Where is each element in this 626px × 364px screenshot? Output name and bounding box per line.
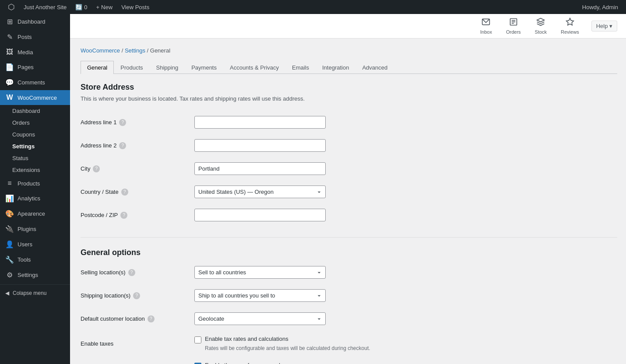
collapse-icon: ◀: [5, 290, 9, 296]
selling-location-select[interactable]: Sell to all countries Sell to specific c…: [194, 266, 326, 279]
sidebar-item-tools[interactable]: 🔧 Tools: [0, 252, 70, 267]
address2-help[interactable]: ?: [119, 142, 126, 149]
tools-icon: 🔧: [5, 256, 14, 264]
section-divider: [81, 237, 617, 238]
wc-settings-label: Settings: [12, 143, 35, 150]
updates[interactable]: 🔄 0: [71, 0, 91, 14]
view-posts[interactable]: View Posts: [117, 0, 154, 14]
toolbar-stock[interactable]: Stock: [533, 14, 549, 38]
general-options-section: General options Selling location(s) ? Se…: [81, 248, 617, 364]
reviews-icon: [566, 18, 574, 28]
tab-accounts-privacy[interactable]: Accounts & Privacy: [223, 61, 285, 74]
selling-location-label: Selling location(s): [81, 269, 126, 276]
sidebar-item-dashboard[interactable]: ⊞ Dashboard: [0, 14, 70, 29]
country-state-select[interactable]: United States (US) — Oregon United State…: [194, 186, 326, 198]
city-help[interactable]: ?: [93, 165, 100, 172]
breadcrumb-woocommerce[interactable]: WooCommerce: [81, 47, 120, 54]
tab-general[interactable]: General: [81, 61, 114, 74]
country-state-help[interactable]: ?: [121, 189, 128, 196]
enable-taxes-checkbox[interactable]: [194, 336, 201, 343]
settings-icon: ⚙: [5, 271, 14, 279]
table-row: City ?: [81, 157, 617, 180]
shipping-location-select[interactable]: Ship to all countries you sell to Ship t…: [194, 289, 326, 302]
sidebar-item-label: Analytics: [18, 195, 40, 202]
sidebar-subitem-wc-settings[interactable]: Settings: [0, 140, 70, 152]
enable-taxes-checkbox-label[interactable]: Enable tax rates and calculations: [205, 336, 288, 342]
sidebar-item-label: Dashboard: [18, 18, 46, 25]
sidebar-subitem-wc-status[interactable]: Status: [0, 152, 70, 164]
store-address-table: Address line 1 ? Address line 2 ?: [81, 111, 617, 227]
shipping-location-help[interactable]: ?: [133, 292, 140, 299]
sidebar-item-posts[interactable]: ✎ Posts: [0, 29, 70, 45]
help-button[interactable]: Help ▾: [591, 21, 617, 32]
orders-label: Orders: [506, 29, 521, 35]
sidebar-item-label: WooCommerce: [18, 94, 57, 101]
collapse-label: Colapse menu: [13, 290, 46, 296]
woocommerce-icon: W: [5, 94, 14, 102]
sidebar-item-analytics[interactable]: 📊 Analytics: [0, 191, 70, 206]
sidebar-item-label: Comments: [18, 79, 45, 86]
address2-input[interactable]: [194, 139, 326, 152]
tab-products[interactable]: Products: [114, 61, 149, 74]
tab-integration[interactable]: Integration: [316, 61, 355, 74]
tab-advanced[interactable]: Advanced: [355, 61, 394, 74]
default-customer-location-help[interactable]: ?: [148, 315, 155, 322]
postcode-help[interactable]: ?: [120, 212, 127, 219]
sidebar-item-pages[interactable]: 📄 Pages: [0, 60, 70, 75]
table-row: Address line 1 ?: [81, 111, 617, 134]
toolbar-reviews[interactable]: Reviews: [559, 14, 581, 38]
address1-label: Address line 1: [81, 119, 116, 126]
sidebar-subitem-wc-dashboard[interactable]: Dashboard: [0, 105, 70, 117]
general-options-title: General options: [81, 248, 617, 257]
sidebar-item-label: Products: [18, 180, 40, 187]
city-label: City: [81, 165, 90, 172]
view-posts-label: View Posts: [121, 4, 149, 10]
toolbar-orders[interactable]: Orders: [504, 14, 523, 38]
default-customer-location-label: Default customer location: [81, 315, 145, 322]
pages-icon: 📄: [5, 63, 14, 71]
wp-logo[interactable]: ⬡: [4, 0, 19, 14]
table-row: Default customer location ? No location …: [81, 307, 617, 330]
plus-icon: +: [96, 4, 100, 10]
inbox-label: Inbox: [480, 29, 492, 35]
enable-coupon-codes-label[interactable]: Enable the use of coupon codes: [205, 362, 286, 364]
sidebar: ⊞ Dashboard ✎ Posts 🖼 Media 📄 Pages 💬 Co…: [0, 14, 70, 364]
enable-taxes-wrap: Enable tax rates and calculations: [194, 336, 617, 343]
store-address-desc: This is where your business is located. …: [81, 95, 617, 102]
wp-icon: ⬡: [8, 2, 15, 12]
sidebar-subitem-wc-orders[interactable]: Orders: [0, 117, 70, 129]
sidebar-item-label: Settings: [18, 272, 38, 278]
sidebar-item-woocommerce[interactable]: W WooCommerce: [0, 90, 70, 105]
sidebar-item-comments[interactable]: 💬 Comments: [0, 75, 70, 90]
sidebar-item-settings[interactable]: ⚙ Settings: [0, 267, 70, 283]
enable-coupons-wrap-1: Enable the use of coupon codes: [194, 362, 617, 364]
sidebar-subitem-wc-coupons[interactable]: Coupons: [0, 129, 70, 140]
toolbar-inbox[interactable]: Inbox: [478, 14, 494, 38]
tab-emails[interactable]: Emails: [285, 61, 316, 74]
collapse-menu[interactable]: ◀ Colapse menu: [0, 287, 70, 300]
site-name[interactable]: Just Another Site: [19, 0, 71, 14]
sidebar-subitem-wc-extensions[interactable]: Extensions: [0, 164, 70, 176]
address1-input[interactable]: [194, 116, 326, 129]
table-row: Enable taxes Enable tax rates and calcul…: [81, 330, 617, 357]
sidebar-item-appearance[interactable]: 🎨 Apearence: [0, 206, 70, 221]
sidebar-item-plugins[interactable]: 🔌 Plugins: [0, 221, 70, 237]
tab-payments[interactable]: Payments: [185, 61, 223, 74]
sidebar-item-products[interactable]: ≡ Products: [0, 176, 70, 191]
address1-help[interactable]: ?: [119, 119, 126, 126]
city-input[interactable]: [194, 162, 326, 175]
tab-shipping[interactable]: Shipping: [150, 61, 185, 74]
new-content[interactable]: + New: [92, 0, 117, 14]
breadcrumb-settings[interactable]: Settings: [125, 47, 145, 54]
table-row: Selling location(s) ? Sell to all countr…: [81, 261, 617, 284]
selling-location-help[interactable]: ?: [128, 269, 135, 276]
inbox-icon: [482, 18, 490, 28]
table-row: Enable coupons Enable the use of coupon …: [81, 357, 617, 364]
default-customer-location-select[interactable]: No location by default Shop base address…: [194, 312, 326, 325]
postcode-input[interactable]: [194, 209, 326, 221]
sidebar-item-users[interactable]: 👤 Users: [0, 237, 70, 252]
users-icon: 👤: [5, 240, 14, 248]
breadcrumb: WooCommerce / Settings / General: [81, 47, 617, 54]
wc-dashboard-label: Dashboard: [12, 108, 40, 114]
sidebar-item-media[interactable]: 🖼 Media: [0, 45, 70, 60]
